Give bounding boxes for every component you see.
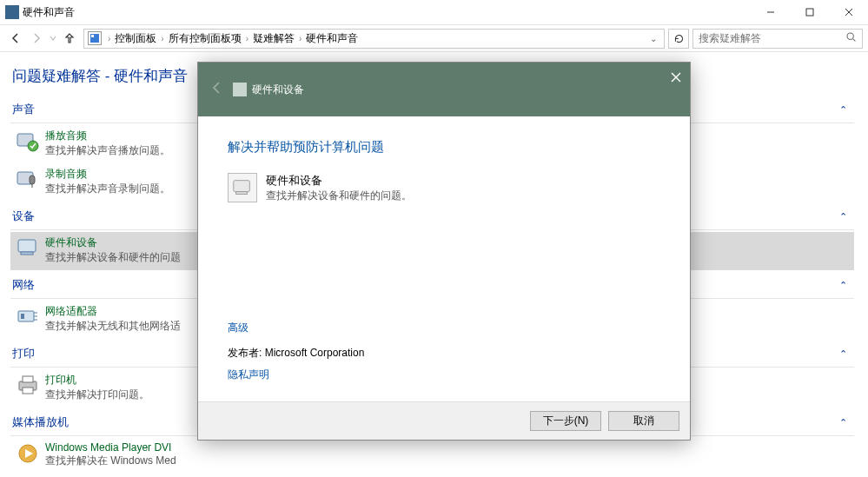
search-input[interactable] — [699, 32, 845, 44]
category-label: 媒体播放机 — [12, 414, 69, 430]
svg-rect-13 — [18, 240, 36, 252]
window-title: 硬件和声音 — [23, 5, 75, 20]
chevron-down-icon[interactable]: ⌄ — [646, 34, 660, 43]
hardware-icon — [16, 235, 40, 260]
item-title: 硬件和设备 — [45, 235, 181, 250]
chevron-right-icon: › — [296, 34, 304, 43]
svg-line-7 — [853, 39, 855, 41]
troubleshoot-wizard: 硬件和设备 解决并帮助预防计算机问题 硬件和设备 查找并解决设备和硬件的问题。 … — [197, 62, 691, 441]
navbar: › 控制面板 › 所有控制面板项 › 疑难解答 › 硬件和声音 ⌄ — [0, 24, 868, 52]
publisher-label: 发布者: Microsoft Corporation — [228, 346, 660, 361]
svg-rect-30 — [234, 181, 250, 192]
minimize-button[interactable] — [751, 0, 790, 24]
category-label: 网络 — [12, 277, 35, 293]
item-title: 网络适配器 — [45, 304, 181, 319]
window-titlebar: 硬件和声音 — [0, 0, 868, 24]
wizard-close-button[interactable] — [671, 71, 681, 85]
collapse-icon[interactable]: ⌃ — [839, 104, 852, 116]
svg-rect-22 — [23, 388, 33, 394]
item-desc: 查找并解决打印问题。 — [45, 388, 149, 402]
item-desc: 查找并解决无线和其他网络适 — [45, 319, 181, 334]
collapse-icon[interactable]: ⌃ — [839, 280, 852, 291]
close-button[interactable] — [829, 0, 868, 24]
breadcrumb-troubleshoot[interactable]: 疑难解答 — [251, 31, 296, 46]
search-box[interactable] — [692, 29, 863, 49]
item-title: 打印机 — [45, 373, 149, 388]
hardware-icon — [228, 173, 257, 202]
item-desc: 查找并解决设备和硬件的问题 — [45, 250, 181, 265]
next-button[interactable]: 下一步(N) — [530, 411, 601, 431]
privacy-link[interactable]: 隐私声明 — [228, 368, 660, 382]
svg-rect-1 — [806, 9, 813, 16]
up-button[interactable] — [59, 28, 80, 49]
recent-locations-button[interactable] — [47, 28, 59, 49]
forward-button[interactable] — [26, 28, 47, 49]
refresh-button[interactable] — [668, 29, 689, 49]
item-desc: 查找并解决声音录制问题。 — [45, 182, 170, 196]
address-bar[interactable]: › 控制面板 › 所有控制面板项 › 疑难解答 › 硬件和声音 ⌄ — [83, 29, 665, 49]
back-button[interactable] — [5, 28, 26, 49]
wizard-header-title: 硬件和设备 — [252, 83, 304, 97]
svg-rect-5 — [91, 35, 94, 37]
breadcrumb-control-panel[interactable]: 控制面板 — [113, 31, 158, 46]
breadcrumb-all-items[interactable]: 所有控制面板项 — [167, 31, 243, 46]
control-panel-icon — [88, 31, 102, 45]
wizard-header-icon — [233, 83, 247, 96]
svg-rect-14 — [21, 252, 33, 255]
collapse-icon[interactable]: ⌃ — [839, 348, 852, 360]
wizard-body: 解决并帮助预防计算机问题 硬件和设备 查找并解决设备和硬件的问题。 高级 发布者… — [198, 116, 690, 401]
maximize-button[interactable] — [790, 0, 829, 24]
network-adapter-icon — [16, 304, 40, 328]
wizard-heading: 解决并帮助预防计算机问题 — [228, 139, 660, 156]
microphone-icon — [16, 167, 40, 191]
media-player-icon — [16, 441, 40, 466]
cancel-button[interactable]: 取消 — [608, 411, 679, 431]
item-title: 播放音频 — [45, 129, 170, 143]
svg-rect-31 — [236, 192, 248, 195]
category-label: 打印 — [12, 346, 35, 361]
wizard-option-title: 硬件和设备 — [266, 173, 412, 189]
wizard-header: 硬件和设备 — [198, 63, 690, 116]
svg-rect-15 — [18, 311, 34, 321]
speaker-icon — [16, 129, 40, 153]
wizard-option-desc: 查找并解决设备和硬件的问题。 — [266, 189, 412, 203]
collapse-icon[interactable]: ⌃ — [839, 417, 852, 428]
chevron-right-icon: › — [158, 34, 166, 43]
svg-rect-16 — [21, 314, 24, 319]
wizard-option[interactable]: 硬件和设备 查找并解决设备和硬件的问题。 — [228, 173, 660, 203]
item-title: 录制音频 — [45, 167, 170, 182]
item-wmp-dvd[interactable]: Windows Media Player DVI 查找并解决在 Windows … — [10, 438, 854, 474]
svg-rect-11 — [30, 176, 35, 184]
breadcrumb-hardware-sound[interactable]: 硬件和声音 — [304, 31, 360, 46]
item-desc: 查找并解决声音播放问题。 — [45, 143, 170, 158]
wizard-back-button[interactable] — [209, 80, 224, 100]
advanced-link[interactable]: 高级 — [228, 321, 660, 335]
printer-icon — [16, 373, 40, 397]
category-label: 声音 — [12, 102, 35, 117]
chevron-right-icon: › — [105, 34, 113, 43]
search-icon[interactable] — [845, 31, 857, 45]
item-desc: 查找并解决在 Windows Med — [45, 454, 176, 468]
wizard-footer: 下一步(N) 取消 — [198, 401, 690, 440]
app-icon — [5, 5, 19, 19]
category-label: 设备 — [12, 209, 35, 224]
svg-rect-21 — [23, 376, 33, 382]
svg-point-6 — [847, 33, 853, 39]
collapse-icon[interactable]: ⌃ — [839, 211, 852, 222]
item-title: Windows Media Player DVI — [45, 441, 176, 454]
chevron-right-icon: › — [243, 34, 251, 43]
